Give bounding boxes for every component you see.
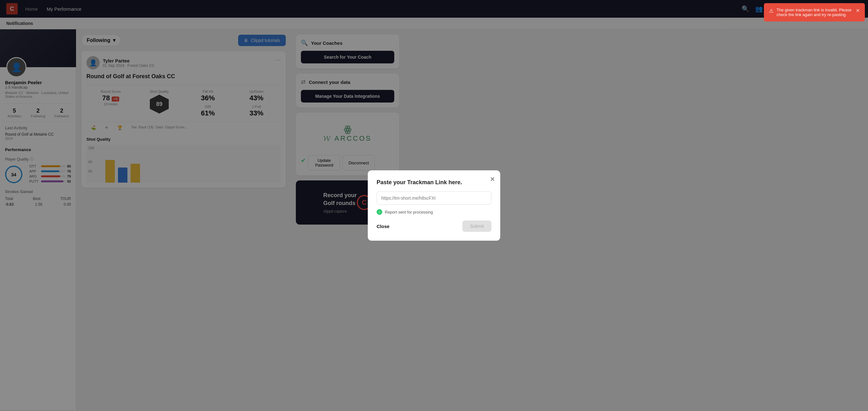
success-text: Report sent for processing bbox=[385, 210, 433, 215]
modal-close-x-button[interactable]: ✕ bbox=[490, 176, 495, 183]
toast-close-button[interactable]: ✕ bbox=[856, 7, 860, 13]
error-message: The given trackman link is invalid. Plea… bbox=[777, 7, 852, 17]
modal-title: Paste your Trackman Link here. bbox=[377, 179, 491, 186]
modal-success-message: ✓ Report sent for processing bbox=[377, 209, 491, 215]
trackman-modal: Paste your Trackman Link here. ✕ ✓ Repor… bbox=[368, 170, 500, 241]
success-check-icon: ✓ bbox=[377, 209, 382, 215]
modal-close-button[interactable]: Close bbox=[377, 224, 390, 229]
modal-submit-button[interactable]: Submit bbox=[462, 220, 491, 232]
warning-icon: ⚠ bbox=[769, 8, 773, 14]
modal-footer: Close Submit bbox=[377, 220, 491, 232]
error-toast: ⚠ The given trackman link is invalid. Pl… bbox=[764, 3, 865, 22]
trackman-link-input[interactable] bbox=[377, 191, 491, 205]
modal-overlay: Paste your Trackman Link here. ✕ ✓ Repor… bbox=[0, 0, 868, 411]
